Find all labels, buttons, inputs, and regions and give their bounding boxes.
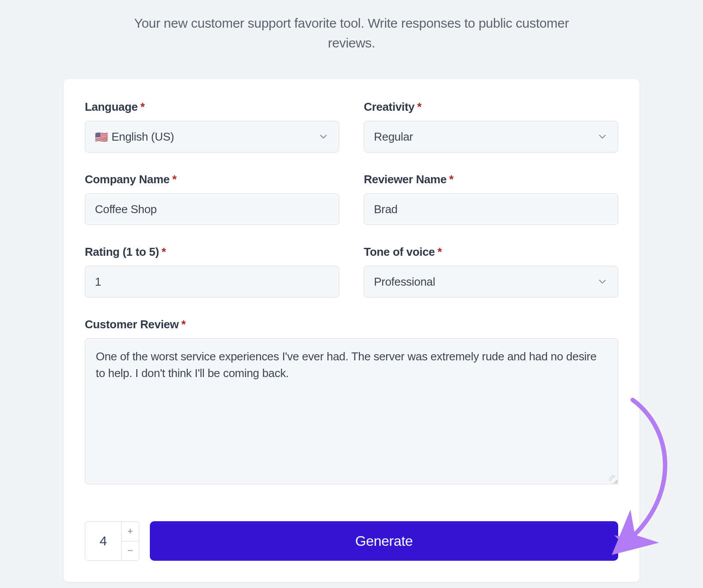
reviewer-input[interactable]: Brad (364, 193, 618, 225)
field-company: Company Name* Coffee Shop (85, 173, 339, 225)
creativity-select[interactable]: Regular (364, 121, 618, 152)
label-reviewer: Reviewer Name* (364, 173, 618, 186)
field-language: Language* 🇺🇸English (US) (85, 100, 339, 152)
label-text: Tone of voice (364, 245, 435, 258)
label-text: Creativity (364, 100, 415, 113)
label-text: Rating (1 to 5) (85, 245, 159, 258)
select-value: 🇺🇸English (US) (95, 130, 174, 144)
count-stepper[interactable]: 4 + − (85, 521, 139, 561)
textarea-value: One of the worst service experiences I'v… (96, 350, 597, 380)
page-tagline: Your new customer support favorite tool.… (110, 13, 593, 53)
required-mark: * (162, 245, 166, 258)
label-text: Company Name (85, 173, 170, 186)
label-text: Customer Review (85, 318, 179, 331)
chevron-down-icon (318, 131, 329, 142)
field-reviewer: Reviewer Name* Brad (364, 173, 618, 225)
tone-select[interactable]: Professional (364, 266, 618, 298)
field-tone: Tone of voice* Professional (364, 245, 618, 298)
label-company: Company Name* (85, 173, 339, 186)
language-value: English (US) (112, 130, 174, 143)
form-card: Language* 🇺🇸English (US) Creativity* Reg… (64, 79, 639, 582)
input-value: 1 (95, 275, 101, 289)
stepper-buttons: + − (121, 522, 139, 560)
stepper-plus[interactable]: + (122, 522, 139, 541)
action-row: 4 + − Generate (85, 521, 618, 561)
label-rating: Rating (1 to 5)* (85, 245, 339, 259)
language-select[interactable]: 🇺🇸English (US) (85, 121, 339, 152)
label-language: Language* (85, 100, 339, 114)
stepper-minus[interactable]: − (122, 541, 139, 561)
select-value: Professional (374, 275, 435, 289)
flag-icon: 🇺🇸 (95, 131, 108, 143)
company-input[interactable]: Coffee Shop (85, 193, 339, 225)
required-mark: * (438, 245, 442, 258)
label-tone: Tone of voice* (364, 245, 618, 259)
label-review: Customer Review* (85, 318, 618, 331)
review-textarea[interactable]: One of the worst service experiences I'v… (85, 338, 618, 484)
generate-button[interactable]: Generate (150, 521, 618, 561)
select-value: Regular (374, 130, 413, 144)
stepper-value: 4 (85, 522, 121, 560)
required-mark: * (417, 100, 422, 113)
required-mark: * (449, 173, 453, 186)
input-value: Coffee Shop (95, 203, 157, 216)
label-text: Language (85, 100, 138, 113)
rating-input[interactable]: 1 (85, 266, 339, 298)
required-mark: * (172, 173, 177, 186)
chevron-down-icon (597, 276, 608, 287)
field-rating: Rating (1 to 5)* 1 (85, 245, 339, 298)
chevron-down-icon (597, 131, 608, 142)
field-creativity: Creativity* Regular (364, 100, 618, 152)
field-review: Customer Review* One of the worst servic… (85, 318, 618, 484)
required-mark: * (181, 318, 186, 331)
input-value: Brad (374, 203, 398, 216)
label-creativity: Creativity* (364, 100, 618, 114)
required-mark: * (140, 100, 145, 113)
label-text: Reviewer Name (364, 173, 446, 186)
